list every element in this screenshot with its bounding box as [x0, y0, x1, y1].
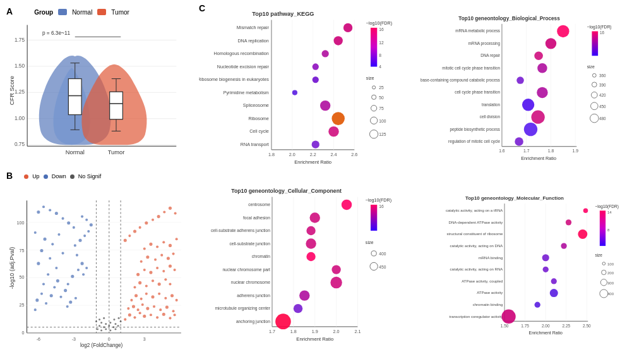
k-p8: Ribosome [249, 116, 269, 121]
kegg-size-25 [373, 86, 376, 89]
svg-point-93 [136, 273, 140, 276]
up-dots [124, 207, 178, 321]
svg-point-50 [81, 216, 83, 218]
cc-dot-5 [306, 252, 315, 261]
m-dot-6 [543, 267, 549, 272]
kegg-sz-75: 75 [379, 106, 384, 111]
kegg-svg: Top10 pathway_KEGG Mismatch repair DNA r… [199, 3, 419, 179]
kegg-dot-8 [331, 112, 345, 125]
cc-dot-9 [294, 304, 302, 313]
cc-x-19: 1.9 [312, 329, 318, 334]
cc-fdr-bar [371, 205, 377, 231]
x-label-tumor: Tumor [108, 149, 125, 155]
cc-size-400 [371, 251, 376, 256]
svg-point-79 [140, 298, 143, 300]
bio-title: Top10 geneontology_Biological_Process [458, 16, 560, 21]
svg-point-94 [143, 269, 146, 271]
svg-point-139 [103, 317, 105, 319]
kegg-panel: Top10 pathway_KEGG Mismatch repair DNA r… [199, 3, 419, 179]
m-fdr-8: 8 [607, 228, 610, 232]
y-tick-075: 0.75 [15, 142, 25, 147]
molecular-title: Top10 geneontology_Molecular_Function [465, 196, 564, 202]
svg-point-116 [145, 221, 148, 224]
svg-point-129 [108, 325, 110, 327]
bio-dot-1 [557, 25, 569, 37]
panel-b: B Up Down No Signif -log10 (adj.Pval) 0 … [3, 167, 193, 356]
nosignif-dots [95, 317, 122, 331]
svg-point-130 [112, 326, 114, 328]
cc-size-label: size [366, 240, 374, 245]
y-tick-100: 1.00 [15, 116, 25, 121]
m-dot-3 [578, 229, 587, 239]
svg-point-104 [167, 257, 170, 260]
bio-size-450 [591, 102, 599, 110]
svg-point-25 [55, 267, 57, 269]
svg-point-54 [55, 212, 58, 215]
y-tick-125: 1.25 [15, 89, 25, 95]
k-p2: DNA replication [237, 39, 268, 44]
svg-point-119 [163, 210, 165, 213]
kegg-fdr-4: 4 [379, 64, 381, 69]
svg-point-83 [164, 297, 167, 300]
svg-point-24 [64, 289, 67, 292]
svg-point-76 [172, 310, 175, 312]
cellular-panel: Top10 geneontology_Cellular_Component ce… [199, 180, 419, 356]
cc-dot-7 [330, 277, 342, 288]
bio-sz-480: 480 [599, 116, 606, 121]
m-dot-4 [561, 243, 566, 248]
svg-point-101 [146, 255, 149, 259]
svg-point-99 [174, 269, 176, 271]
k-p9: Cell cycle [249, 129, 269, 134]
bio-svg: Top10 geneontology_Biological_Process mR… [420, 3, 641, 179]
pvalue-text: p = 6.3e~11 [42, 30, 71, 36]
molecular-x-label: Enrichment Ratio [529, 331, 563, 335]
kegg-size-125 [369, 130, 378, 138]
kegg-title: Top10 pathway_KEGG [252, 11, 314, 17]
panel-c-label-container: C [199, 3, 205, 13]
svg-point-82 [158, 293, 160, 295]
panel-a-label: A [6, 6, 13, 16]
svg-point-69 [132, 305, 135, 308]
violin-plot: CFR Score 0.75 1.00 1.25 1.50 1.75 [6, 18, 189, 157]
c-p2: focal adhesion [243, 216, 270, 220]
svg-point-30 [51, 243, 54, 245]
v-x-0: 0 [108, 337, 110, 342]
bio-dot-3 [534, 51, 543, 60]
v-y-100: 100 [17, 221, 25, 226]
m-p10: transcription coregulator activity [449, 315, 503, 319]
svg-point-140 [113, 319, 115, 320]
kegg-size-75 [371, 106, 377, 111]
kegg-dot-1 [343, 23, 352, 32]
svg-point-114 [133, 229, 136, 233]
svg-point-109 [162, 241, 165, 243]
v-x--6: -6 [37, 337, 40, 342]
legend-down-dot [44, 174, 48, 179]
m-dot-5 [542, 254, 549, 261]
cellular-x-label: Enrichment Ratio [296, 336, 333, 342]
molecular-panel: Top10 geneontology_Molecular_Function ca… [420, 180, 641, 356]
svg-point-112 [124, 239, 127, 242]
svg-point-75 [165, 306, 169, 309]
svg-point-100 [140, 260, 143, 263]
c-p3: cell-substrate adherens junction [211, 228, 270, 233]
c-p9: microtubule organizing center [215, 306, 271, 311]
svg-point-95 [149, 271, 152, 274]
svg-point-36 [75, 297, 77, 300]
bio-dot-6 [537, 87, 547, 98]
cc-fdr-16: 16 [379, 204, 384, 209]
svg-point-51 [73, 226, 75, 229]
svg-point-123 [100, 329, 102, 331]
svg-point-120 [169, 207, 172, 210]
m-p3: structural constituent of ribosome [446, 232, 503, 236]
m-fdr-title: ~log10(FDR) [595, 204, 618, 209]
svg-point-39 [77, 269, 80, 271]
b-x-18: 1.8 [548, 149, 554, 153]
m-fdr-bar [600, 210, 605, 246]
m-size-100 [602, 262, 605, 265]
bio-fdr-bar [592, 31, 598, 56]
svg-point-57 [37, 210, 40, 214]
kegg-size-label: size [366, 76, 374, 81]
kegg-dot-2 [334, 36, 343, 45]
b-p3: DNA repair [480, 53, 500, 58]
svg-point-70 [137, 308, 140, 311]
